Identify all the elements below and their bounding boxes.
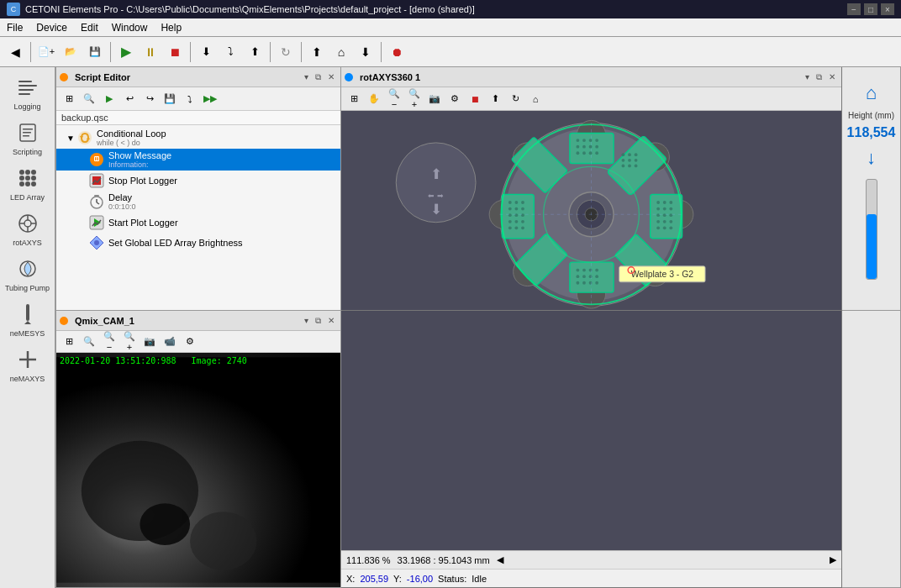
- rotaxys-label: rotAXYS: [13, 239, 42, 247]
- rt-hand-button[interactable]: ✋: [365, 90, 383, 108]
- tree-item-delay[interactable]: Delay 0:0:10:0: [56, 191, 340, 213]
- rt-fit-button[interactable]: ⊞: [345, 90, 363, 108]
- cam-zoom-button[interactable]: 🔍: [80, 333, 98, 351]
- new-script-button[interactable]: 📄+: [34, 40, 58, 64]
- rotaxys-menu-button[interactable]: ▾: [803, 72, 812, 82]
- cam-snapshot-button[interactable]: 📷: [140, 333, 159, 351]
- move-up-button[interactable]: ⬆: [305, 40, 329, 64]
- svg-point-82: [656, 226, 660, 229]
- camera-float-button[interactable]: ⧉: [313, 316, 324, 326]
- nemesys-icon: [14, 301, 41, 328]
- tree-item-start-plot[interactable]: Start Plot Logger: [56, 213, 340, 233]
- menu-device[interactable]: Device: [29, 20, 74, 35]
- cam-zoom-out-button[interactable]: 🔍−: [100, 333, 119, 351]
- rt-up-button[interactable]: ⬆: [486, 90, 504, 108]
- height-slider-container[interactable]: [866, 179, 877, 280]
- script-redo-button[interactable]: ↪: [140, 90, 159, 108]
- pause-button[interactable]: ⏸: [139, 40, 162, 64]
- sidebar-item-tubing-pump[interactable]: Tubing Pump: [3, 252, 52, 296]
- svg-rect-32: [94, 156, 99, 161]
- stop-button[interactable]: ⏹: [163, 40, 187, 64]
- rotaxys-icon: [14, 210, 41, 237]
- camera-close-button[interactable]: ✕: [325, 316, 337, 326]
- rotate-button[interactable]: ↻: [274, 40, 298, 64]
- cam-fit-button[interactable]: ⊞: [60, 333, 78, 351]
- rt-stop-button[interactable]: ⏹: [466, 90, 484, 108]
- svg-point-9: [25, 170, 30, 175]
- tree-item-conditional-loop[interactable]: ▼ Conditio: [56, 127, 340, 149]
- close-button[interactable]: ×: [881, 3, 894, 15]
- script-step-button[interactable]: ⤵: [181, 90, 199, 108]
- camera-menu-button[interactable]: ▾: [302, 316, 311, 326]
- message-subtitle: Information:: [108, 160, 171, 169]
- tree-item-stop-plot[interactable]: Stop Plot Logger: [56, 171, 340, 191]
- script-run-btn[interactable]: ▶▶: [201, 90, 219, 108]
- maximize-button[interactable]: □: [864, 3, 877, 15]
- panel-controls: ▾ ⧉ ✕: [302, 72, 337, 82]
- menu-window[interactable]: Window: [105, 20, 155, 35]
- move-home-button[interactable]: ⌂: [329, 40, 353, 64]
- panel-float-button[interactable]: ⧉: [313, 72, 324, 82]
- rt-home-button[interactable]: ⌂: [526, 90, 545, 108]
- menu-help[interactable]: Help: [154, 20, 188, 35]
- save-script-button[interactable]: 💾: [83, 40, 107, 64]
- delay-icon: [88, 193, 105, 210]
- step-out-button[interactable]: ⬆: [243, 40, 266, 64]
- rt-camera-button[interactable]: 📷: [425, 90, 444, 108]
- panel-menu-button[interactable]: ▾: [302, 72, 311, 82]
- svg-rect-24: [26, 304, 29, 321]
- cam-record-button[interactable]: 📹: [161, 333, 179, 351]
- script-play-button[interactable]: ▶: [100, 90, 119, 108]
- script-zoom-button[interactable]: 🔍: [80, 90, 98, 108]
- script-save-button[interactable]: 💾: [161, 90, 179, 108]
- scroll-left-btn[interactable]: ◀: [497, 554, 503, 565]
- rotaxys-panel: rotAXYS360 1 ▾ ⧉ ✕ ⊞ ✋ 🔍− 🔍+ 📷 ⚙ ⏹: [341, 67, 842, 311]
- start-plot-icon: [88, 214, 105, 231]
- rotaxys-float-button[interactable]: ⧉: [814, 72, 825, 82]
- svg-point-115: [521, 226, 524, 229]
- cam-settings-button[interactable]: ⚙: [181, 333, 199, 351]
- rt-settings-button[interactable]: ⚙: [445, 90, 464, 108]
- svg-point-89: [589, 269, 593, 272]
- rt-zoom-out-button[interactable]: 🔍−: [385, 90, 403, 108]
- rotaxys-close-button[interactable]: ✕: [826, 72, 838, 82]
- svg-text:⬆: ⬆: [430, 166, 442, 182]
- sidebar-item-rotaxys[interactable]: rotAXYS: [3, 207, 52, 250]
- height-down-arrow[interactable]: ↓: [867, 147, 876, 169]
- step-over-button[interactable]: ⤵: [219, 40, 242, 64]
- height-up-arrow[interactable]: ⌂: [866, 82, 877, 104]
- script-fit-button[interactable]: ⊞: [60, 90, 78, 108]
- record-button[interactable]: ⏺: [385, 40, 408, 64]
- height-slider[interactable]: [866, 179, 877, 280]
- sidebar-item-scripting[interactable]: Scripting: [3, 116, 52, 160]
- expand-arrow-loop[interactable]: ▼: [65, 134, 76, 143]
- run-button[interactable]: ▶: [114, 40, 138, 64]
- rt-rotate-button[interactable]: ↻: [506, 90, 524, 108]
- sidebar-item-nemesys[interactable]: neMESYS: [3, 297, 52, 341]
- svg-point-98: [595, 281, 598, 285]
- script-undo-button[interactable]: ↩: [120, 90, 139, 108]
- rotaxys-view[interactable]: ⬆ ⬅ ➡ ⬇: [341, 111, 841, 310]
- svg-rect-7: [23, 135, 29, 137]
- sidebar-item-led-array[interactable]: LED Array: [3, 161, 52, 205]
- menu-file[interactable]: File: [0, 20, 29, 35]
- svg-rect-3: [18, 93, 30, 95]
- menu-edit[interactable]: Edit: [74, 20, 105, 35]
- rt-zoom-in-button[interactable]: 🔍+: [405, 90, 424, 108]
- svg-point-68: [635, 165, 638, 168]
- step-into-button[interactable]: ⬇: [194, 40, 218, 64]
- minimize-button[interactable]: −: [847, 3, 861, 15]
- sidebar-item-logging[interactable]: Logging: [3, 71, 52, 114]
- back-button[interactable]: ◀: [3, 40, 27, 64]
- scroll-right-btn[interactable]: ▶: [830, 554, 836, 565]
- tree-item-set-led[interactable]: Set Global LED Array Brightness: [56, 233, 340, 253]
- sidebar-item-nemaxys[interactable]: neMAXYS: [3, 343, 52, 386]
- svg-point-63: [622, 159, 625, 162]
- move-down-button[interactable]: ⬇: [354, 40, 377, 64]
- panel-close-button[interactable]: ✕: [325, 72, 337, 82]
- tree-item-show-message[interactable]: Show Message Information:: [56, 149, 340, 171]
- script-tree-container[interactable]: ▼ Conditio: [56, 125, 340, 310]
- open-script-button[interactable]: 📂: [59, 40, 82, 64]
- y-label: Y:: [393, 574, 402, 584]
- cam-zoom-in-button[interactable]: 🔍+: [120, 333, 139, 351]
